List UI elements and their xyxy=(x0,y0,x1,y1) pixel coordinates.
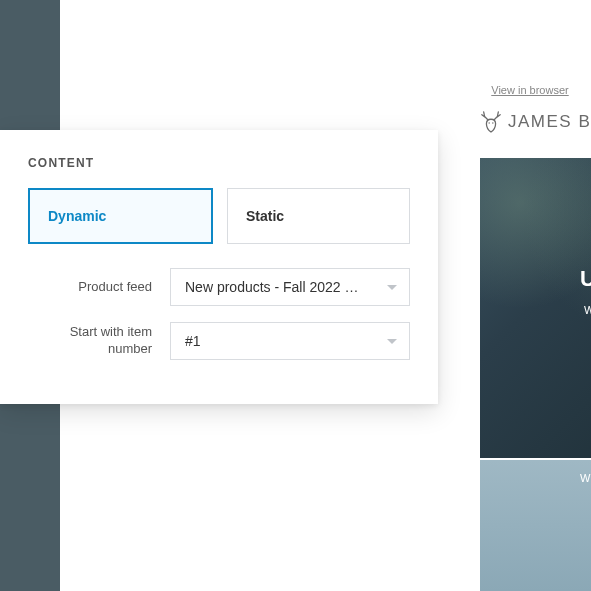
brand-name: JAMES BI xyxy=(508,112,591,132)
brand-row: JAMES BI xyxy=(480,110,591,134)
tab-static[interactable]: Static xyxy=(227,188,410,244)
tab-dynamic[interactable]: Dynamic xyxy=(28,188,213,244)
field-start-item: Start with item number #1 xyxy=(28,322,410,360)
deer-icon xyxy=(480,110,502,134)
chevron-down-icon xyxy=(387,285,397,290)
start-item-label: Start with item number xyxy=(28,324,170,358)
tab-dynamic-label: Dynamic xyxy=(48,208,106,224)
product-feed-value: New products - Fall 2022 C… xyxy=(185,279,365,295)
svg-point-0 xyxy=(488,122,489,123)
start-item-select[interactable]: #1 xyxy=(170,322,410,360)
secondary-image: W xyxy=(480,460,591,591)
field-product-feed: Product feed New products - Fall 2022 C… xyxy=(28,268,410,306)
hero-image: U W xyxy=(480,158,591,458)
preview-area: View in browser JAMES BI xyxy=(480,84,591,144)
chevron-down-icon xyxy=(387,339,397,344)
panel-title: CONTENT xyxy=(28,156,410,170)
svg-point-1 xyxy=(492,122,493,123)
product-feed-select[interactable]: New products - Fall 2022 C… xyxy=(170,268,410,306)
start-item-value: #1 xyxy=(185,333,201,349)
tab-static-label: Static xyxy=(246,208,284,224)
product-feed-label: Product feed xyxy=(28,279,170,296)
view-in-browser-link[interactable]: View in browser xyxy=(470,84,590,96)
secondary-text: W xyxy=(580,472,590,484)
tab-row: Dynamic Static xyxy=(28,188,410,244)
content-panel: CONTENT Dynamic Static Product feed New … xyxy=(0,130,438,404)
hero-headline: U xyxy=(580,266,591,292)
hero-subtext: W xyxy=(584,304,591,316)
